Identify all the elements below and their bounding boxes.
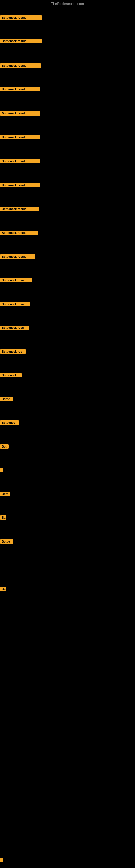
bottleneck-result-badge[interactable]: Bo — [0, 516, 6, 520]
bottleneck-result-badge[interactable]: Bottleneck result — [0, 87, 40, 91]
bottleneck-result-badge[interactable]: Bottleneck resu — [0, 326, 29, 330]
bottleneck-result-badge[interactable]: Bottleneck result — [0, 63, 41, 68]
bottleneck-result-badge[interactable]: Bottleneck result — [0, 159, 40, 163]
bottleneck-result-badge[interactable]: Bottleneck — [0, 373, 21, 377]
bottleneck-result-badge[interactable]: Bottleneck result — [0, 111, 41, 116]
bottleneck-result-badge[interactable]: Bottle — [0, 539, 13, 544]
bottleneck-result-badge[interactable]: Bottleneck resu — [0, 302, 30, 306]
site-title: TheBottlenecker.com — [51, 2, 84, 6]
bottleneck-result-badge[interactable]: Bottleneck result — [0, 207, 39, 211]
bottleneck-result-badge[interactable]: Bottleneck res — [0, 349, 26, 354]
bottleneck-result-badge[interactable]: Bottleneck resu — [0, 278, 32, 282]
bottleneck-result-badge[interactable]: | — [0, 858, 3, 862]
bottleneck-result-badge[interactable]: | — [0, 468, 3, 472]
bottleneck-result-badge[interactable]: Bottleneck result — [0, 16, 42, 20]
bottleneck-result-badge[interactable]: Bott — [0, 492, 10, 496]
bottleneck-result-badge[interactable]: Bottleneck result — [0, 230, 38, 235]
bottleneck-result-badge[interactable]: Bottleneck result — [0, 183, 41, 187]
bottleneck-result-badge[interactable]: Bottleneck result — [0, 135, 40, 140]
bottleneck-result-badge[interactable]: Bottleneck result — [0, 39, 42, 43]
bottleneck-result-badge[interactable]: Bottle — [0, 397, 13, 401]
bottleneck-result-badge[interactable]: Bottlenec — [0, 421, 19, 425]
bottleneck-result-badge[interactable]: Bottleneck result — [0, 254, 35, 259]
bottleneck-result-badge[interactable]: Bot — [0, 444, 9, 448]
bottleneck-result-badge[interactable]: Bo — [0, 587, 6, 591]
